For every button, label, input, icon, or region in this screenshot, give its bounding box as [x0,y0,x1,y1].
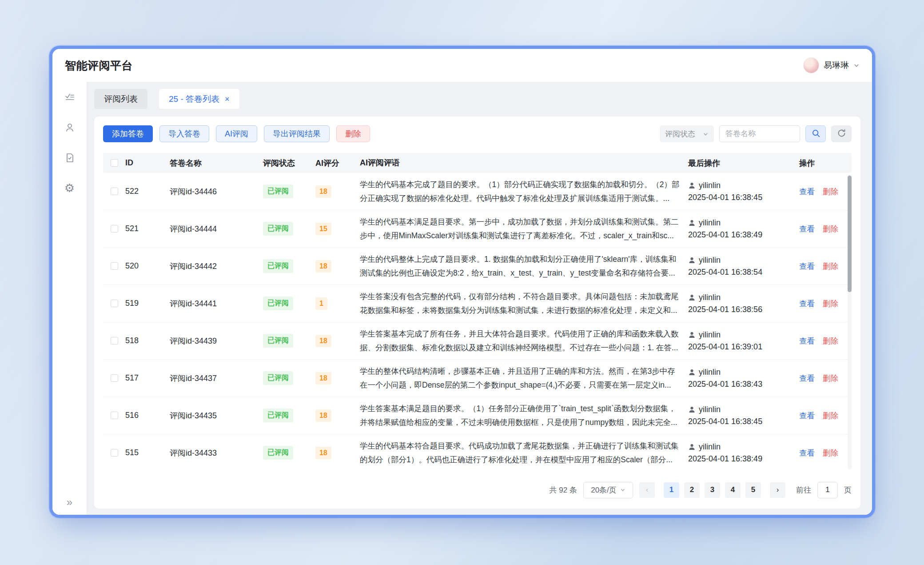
cell-last-operation: yilinlin 2025-04-01 16:38:45 [688,181,799,202]
page-button-3[interactable]: 3 [705,482,720,498]
operation-time: 2025-04-01 16:38:49 [688,454,793,464]
cell-ai-comment: 学生的代码基本满足题目要求。第一步中，成功加载了数据，并划分成训练集和测试集。第… [360,215,688,242]
delete-link[interactable]: 删除 [823,261,838,272]
page-button-5[interactable]: 5 [745,482,761,498]
page-button-1[interactable]: 1 [664,482,679,498]
prev-page-button[interactable]: ‹ [639,482,655,498]
status-badge: 已评阅 [263,184,293,198]
table-header-row: ID 答卷名称 评阅状态 AI评分 AI评阅评语 最后操作 操作 [103,153,852,173]
ai-review-button[interactable]: AI评阅 [216,125,257,142]
cell-name: 评阅id-34439 [170,336,263,346]
total-count: 共 92 条 [550,485,577,495]
user-icon [688,182,696,189]
score-badge: 18 [315,409,331,422]
user-menu[interactable]: 易琳琳 [803,57,860,73]
export-results-button[interactable]: 导出评阅结果 [264,125,330,142]
delete-link[interactable]: 删除 [823,336,838,346]
import-answer-button[interactable]: 导入答卷 [159,125,209,142]
page-button-2[interactable]: 2 [684,482,700,498]
table-row: 520 评阅id-34442 已评阅 18 学生的代码整体上完成了题目要求。1.… [103,248,852,285]
search-button[interactable] [805,125,826,142]
delete-link[interactable]: 删除 [823,373,838,384]
user-icon [688,294,696,301]
user-sidebar-icon[interactable] [64,122,76,133]
table-row: 521 评阅id-34444 已评阅 15 学生的代码基本满足题目要求。第一步中… [103,210,852,248]
header-comment: AI评阅评语 [360,156,688,170]
toolbar: 添加答卷 导入答卷 AI评阅 导出评阅结果 删除 评阅状态 [103,125,852,142]
cell-name: 评阅id-34444 [170,224,263,234]
view-link[interactable]: 查看 [799,298,815,309]
document-check-icon[interactable] [64,152,76,164]
header-name: 答卷名称 [170,158,263,168]
delete-link[interactable]: 删除 [823,448,838,458]
close-icon[interactable]: × [225,95,230,103]
cell-id: 519 [125,299,170,308]
delete-link[interactable]: 删除 [823,186,838,197]
table-row: 518 评阅id-34439 已评阅 18 学生答案基本完成了所有任务，并且大体… [103,322,852,360]
status-badge: 已评阅 [263,409,293,422]
cell-id: 516 [125,411,170,420]
score-badge: 15 [315,223,331,235]
status-filter-select[interactable]: 评阅状态 [660,125,714,142]
row-checkbox[interactable] [111,412,118,419]
view-link[interactable]: 查看 [799,410,815,421]
cell-last-operation: yilinlin 2025-04-01 16:38:49 [688,218,799,240]
tab-answer-sheet-list[interactable]: 25 - 答卷列表 × [159,89,239,109]
cell-name: 评阅id-34446 [170,186,263,197]
view-link[interactable]: 查看 [799,186,815,197]
view-link[interactable]: 查看 [799,261,815,272]
view-link[interactable]: 查看 [799,224,815,234]
row-checkbox[interactable] [111,374,118,382]
page-buttons: 1 2 3 4 5 [664,482,761,498]
avatar[interactable] [803,57,819,73]
select-all-checkbox[interactable] [111,159,118,167]
tab-review-list[interactable]: 评阅列表 [94,89,147,109]
cell-ai-comment: 学生答案没有包含完整的代码，仅有部分结构，不符合题目要求。具体问题包括：未加载鸢… [360,290,688,317]
score-badge: 18 [315,372,331,385]
operation-time: 2025-04-01 16:38:54 [688,268,793,277]
delete-link[interactable]: 删除 [823,224,838,234]
refresh-button[interactable] [831,125,852,142]
sidebar-collapse-icon[interactable]: » [52,496,87,509]
scrollbar-thumb[interactable] [848,176,852,292]
operation-time: 2025-04-01 16:38:49 [688,230,793,240]
cell-ai-comment: 学生答案基本完成了所有任务，并且大体符合题目要求。代码使用了正确的库和函数来载入… [360,327,688,354]
view-link[interactable]: 查看 [799,336,815,346]
row-checkbox[interactable] [111,188,118,195]
delete-link[interactable]: 删除 [823,410,838,421]
row-checkbox[interactable] [111,225,118,232]
user-icon [688,369,696,376]
row-checkbox[interactable] [111,337,118,345]
score-badge: 1 [315,297,327,310]
header-last-operation: 最后操作 [688,158,799,168]
chevron-down-icon [853,62,860,68]
settings-icon[interactable]: ⚙ [64,182,76,194]
add-answer-button[interactable]: 添加答卷 [103,125,153,142]
status-badge: 已评阅 [263,222,293,236]
cell-name: 评阅id-34435 [170,410,263,421]
operator-name: yilinlin [699,256,721,265]
row-checkbox[interactable] [111,300,118,307]
table-row: 519 评阅id-34441 已评阅 1 学生答案没有包含完整的代码，仅有部分结… [103,285,852,322]
operation-time: 2025-04-01 16:38:56 [688,305,793,314]
chevron-down-icon [620,487,625,493]
view-link[interactable]: 查看 [799,448,815,458]
answer-name-input[interactable] [719,125,800,142]
page-button-4[interactable]: 4 [725,482,741,498]
tab-bar: 评阅列表 25 - 答卷列表 × [94,89,860,109]
cell-ai-comment: 学生的代码基本符合题目要求。代码成功加载了鸢尾花数据集，并正确进行了训练集和测试… [360,439,688,466]
delete-button[interactable]: 删除 [336,125,370,142]
header-id: ID [125,158,170,168]
view-link[interactable]: 查看 [799,373,815,384]
next-page-button[interactable]: › [770,482,785,498]
row-checkbox[interactable] [111,262,118,270]
cell-ai-comment: 学生的整体代码结构清晰，步骤基本正确，并且适用了正确的库和方法。然而，在第3步中… [360,365,688,391]
user-icon [688,443,696,451]
chevron-down-icon [703,131,709,137]
page-size-select[interactable]: 20条/页 [583,482,633,498]
cell-name: 评阅id-34433 [170,448,263,458]
review-list-icon[interactable] [64,92,76,103]
delete-link[interactable]: 删除 [823,298,838,309]
row-checkbox[interactable] [111,449,118,457]
goto-page-input[interactable] [817,482,838,498]
